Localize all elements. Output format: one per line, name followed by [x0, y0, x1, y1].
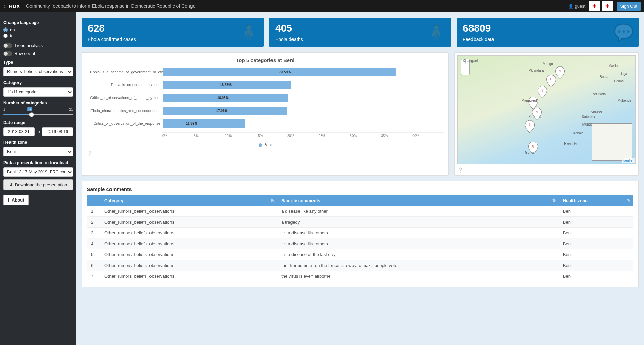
signout-button[interactable]: Sign Out	[617, 2, 641, 11]
map-label: Fort Portal	[591, 92, 607, 96]
bar-row: Critics_or_observation_of_the_response11…	[90, 119, 440, 128]
bar-category-label: Critics_or_observation_of_the_response	[90, 121, 163, 126]
bar[interactable]: 18.08%	[163, 94, 288, 102]
map-marker[interactable]: ⚕	[555, 66, 565, 79]
table-row[interactable]: 1Other_rumors_beliefs_observationsa dise…	[87, 206, 633, 217]
bar[interactable]: 17.91%	[163, 107, 287, 115]
map-label: Kirumba	[528, 115, 541, 119]
category-select[interactable]: 11/11 categories	[3, 87, 73, 97]
lang-en-radio[interactable]: en	[3, 27, 73, 32]
table-cell: Beni	[559, 228, 633, 238]
bar-value: 17.91%	[216, 109, 228, 113]
axis-tick: 15%	[256, 134, 287, 138]
map-label: Kasese	[591, 110, 602, 113]
comments-table: CategorySample commentsHealth zone 1Othe…	[87, 195, 633, 282]
table-cell: Beni	[559, 249, 633, 260]
table-cell: Other_rumors_beliefs_observations	[100, 271, 277, 282]
help-icon[interactable]: ❔	[87, 151, 444, 156]
bar[interactable]: 18.53%	[163, 81, 291, 89]
legend-dot-icon	[259, 143, 262, 147]
table-cell: Beni	[559, 238, 633, 249]
type-select[interactable]: Rumors_beliefs_observations	[3, 67, 73, 76]
bar-category-label: Ebola_is_organized_business	[90, 83, 163, 87]
map-label: Masindi	[608, 64, 620, 68]
table-header[interactable]: Sample comments	[277, 195, 559, 206]
bar-row: Ebola_characteristics_and_consequences17…	[90, 107, 440, 115]
axis-tick: 10%	[225, 134, 256, 138]
date-label: Date range	[3, 120, 73, 125]
bar-value: 18.08%	[217, 96, 229, 100]
healthzone-select[interactable]: Beni	[3, 147, 73, 156]
table-cell: Beni	[559, 271, 633, 282]
stat-card: 405Ebola deaths🧍	[269, 18, 451, 47]
table-header[interactable]: Category	[100, 195, 277, 206]
raw-toggle[interactable]	[3, 51, 12, 56]
table-cell: Other_rumors_beliefs_observations	[100, 217, 277, 228]
table-row[interactable]: 7Other_rumors_beliefs_observationsthe vi…	[87, 271, 633, 282]
stat-label: Feedback data	[463, 37, 632, 42]
trend-toggle[interactable]	[3, 43, 12, 48]
bar[interactable]: 11.89%	[163, 119, 245, 128]
table-cell: it's a disease like others	[277, 228, 559, 238]
map-label: Kisangani	[463, 59, 478, 63]
zoom-out-button[interactable]: −	[461, 67, 469, 75]
svg-text:⚕: ⚕	[529, 123, 531, 127]
table-row[interactable]: 6Other_rumors_beliefs_observationsthe th…	[87, 260, 633, 271]
map-label: Mbandara	[528, 69, 544, 72]
minimap[interactable]	[592, 123, 632, 161]
help-icon[interactable]: ❔	[457, 167, 636, 173]
axis-tick: 0%	[162, 134, 194, 138]
map-marker[interactable]: ⚕	[525, 120, 535, 133]
map-marker[interactable]: ⚕	[538, 86, 547, 98]
type-label: Type	[3, 60, 73, 65]
healthzone-label: Health zone	[3, 140, 73, 145]
trend-label: Trend analysis	[14, 43, 43, 48]
stat-card: 68809Feedback data💬	[457, 18, 639, 47]
date-to-input[interactable]	[42, 127, 73, 136]
presentation-select[interactable]: Beni 13-17 May 2019 IFRC community fe	[3, 167, 73, 177]
date-from-input[interactable]	[3, 127, 35, 136]
download-button[interactable]: ⬇ Download the presentation	[3, 179, 73, 190]
map-label: Rwanda	[564, 142, 577, 146]
map-marker[interactable]: ⚕	[546, 75, 556, 87]
comments-title: Sample comments	[87, 186, 633, 192]
stat-icon: 💬	[613, 23, 634, 42]
presentation-label: Pick a presentation to download	[3, 160, 73, 165]
table-cell: a tragedy	[277, 217, 559, 228]
lang-label: Change language	[3, 20, 73, 25]
axis-tick: 25%	[319, 134, 350, 138]
table-cell: Beni	[559, 260, 633, 271]
map-label: Manguredj	[521, 99, 537, 102]
map-label: Kabale	[573, 131, 583, 135]
bar-row: Critics_or_observations_of_health_system…	[90, 94, 440, 102]
map-attribution[interactable]: Leaflet	[622, 158, 635, 163]
raw-label: Raw count	[14, 51, 35, 56]
chart-title: Top 5 categories at Beni	[87, 57, 444, 63]
table-cell: Other_rumors_beliefs_observations	[100, 206, 277, 217]
table-cell: 3	[87, 228, 100, 238]
numcat-slider[interactable]	[3, 114, 73, 115]
bar[interactable]: 33.59%	[163, 68, 396, 76]
axis-tick: 5%	[194, 134, 225, 138]
bar-category-label: Ebola_characteristics_and_consequences	[90, 109, 163, 113]
map[interactable]: + − ⚕⚕⚕⚕⚕⚕⚕ RwandaUgaKisanganiNtungamoKa…	[457, 55, 636, 164]
table-cell: a disease like any other	[277, 206, 559, 217]
stat-label: Ebola deaths	[275, 37, 445, 42]
table-row[interactable]: 2Other_rumors_beliefs_observationsa trag…	[87, 217, 633, 228]
axis-tick: 40%	[412, 134, 444, 138]
lang-fr-radio[interactable]: fr	[3, 33, 73, 38]
table-header[interactable]: Health zone	[559, 195, 633, 206]
stat-label: Ebola confirmed cases	[88, 37, 258, 42]
svg-text:⚕: ⚕	[559, 69, 561, 73]
table-row[interactable]: 5Other_rumors_beliefs_observationsit's a…	[87, 249, 633, 260]
table-row[interactable]: 3Other_rumors_beliefs_observationsit's a…	[87, 228, 633, 238]
bar-row: Ebola_is_a_scheme_of_government_or_other…	[90, 68, 440, 76]
table-row[interactable]: 4Other_rumors_beliefs_observationsit's a…	[87, 238, 633, 249]
table-cell: Other_rumors_beliefs_observations	[100, 249, 277, 260]
table-cell: 6	[87, 260, 100, 271]
category-label: Category	[3, 80, 73, 85]
table-cell: 4	[87, 238, 100, 249]
stat-number: 405	[275, 22, 445, 34]
topbar: :: HDX Community feedback to inform Ebol…	[0, 0, 644, 12]
about-button[interactable]: ℹ About	[3, 195, 29, 205]
